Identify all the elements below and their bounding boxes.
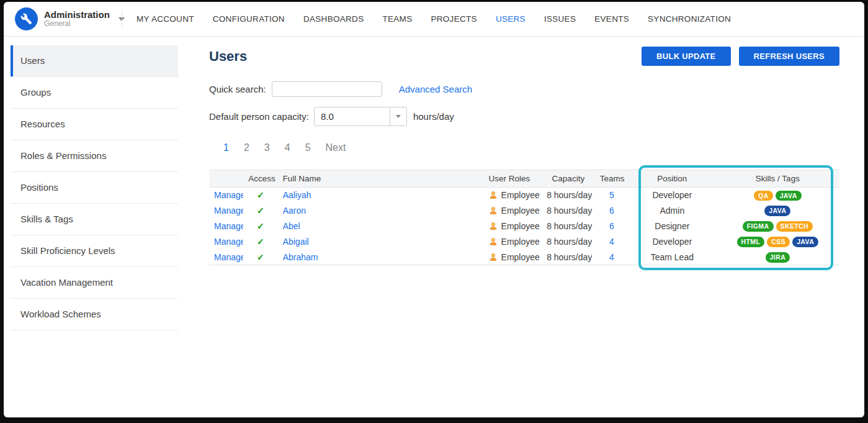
manage-link[interactable]: Manage [214, 237, 243, 247]
nav-item-projects[interactable]: PROJECTS [431, 14, 477, 24]
main-header: Users BULK UPDATE REFRESH USERS [209, 47, 839, 66]
capacity-cell: 8 hours/day [547, 206, 592, 216]
col-header-capacity: Capacity [542, 170, 595, 188]
teams-count-link[interactable]: 4 [609, 237, 614, 247]
quick-search-input[interactable] [272, 81, 382, 97]
capacity-value[interactable]: 8.0 [315, 107, 390, 125]
pagination-page-1[interactable]: 1 [223, 142, 229, 153]
sidebar-item-skill-proficiency-levels[interactable]: Skill Proficiency Levels [11, 235, 178, 267]
app-title: Administration [44, 9, 110, 20]
sidebar-item-groups[interactable]: Groups [11, 77, 178, 109]
quick-search-label: Quick search: [209, 84, 266, 94]
person-icon [489, 253, 498, 262]
table-row: Manage ✓ Aaliyah Employee 8 hours/day 5 … [209, 188, 839, 203]
nav-item-users[interactable]: USERS [496, 14, 526, 24]
teams-count-link[interactable]: 6 [609, 221, 614, 231]
access-check-icon: ✓ [257, 237, 264, 247]
sidebar-item-skills-tags[interactable]: Skills & Tags [11, 204, 178, 235]
user-role-label: Employee [501, 221, 540, 231]
skills-cell: JIRA [716, 250, 839, 265]
full-name-link[interactable]: Aaliyah [283, 190, 311, 200]
sidebar-item-users[interactable]: Users [11, 45, 178, 77]
page-body: UsersGroupsResourcesRoles & PermissionsP… [4, 37, 864, 417]
pagination-pages: 12345 [223, 142, 311, 153]
skill-badge-sketch: SKETCH [776, 221, 813, 232]
manage-link[interactable]: Manage [214, 252, 243, 262]
sidebar-item-roles-permissions[interactable]: Roles & Permissions [11, 140, 178, 172]
access-check-icon: ✓ [257, 221, 264, 231]
capacity-unit: hours/day [413, 111, 454, 122]
person-icon [489, 237, 498, 246]
skill-badge-html: HTML [737, 237, 765, 247]
user-role-label: Employee [501, 237, 540, 247]
manage-link[interactable]: Manage [214, 221, 243, 231]
nav-item-synchronization[interactable]: SYNCHRONIZATION [648, 14, 731, 24]
person-icon [489, 206, 498, 215]
sidebar-item-vacation-management[interactable]: Vacation Management [11, 267, 178, 299]
nav-item-issues[interactable]: ISSUES [544, 14, 576, 24]
pagination-page-2[interactable]: 2 [244, 142, 249, 153]
pagination-page-5[interactable]: 5 [305, 142, 311, 153]
person-icon [489, 191, 498, 199]
pagination-next[interactable]: Next [326, 142, 346, 153]
col-header-skills: Skills / Tags [716, 170, 839, 188]
nav-item-configuration[interactable]: CONFIGURATION [213, 14, 285, 24]
app-switcher[interactable]: Administration General [4, 7, 122, 30]
position-cell: Designer [655, 221, 689, 231]
users-table: Access Full Name User Roles Capacity Tea… [209, 170, 839, 265]
capacity-cell: 8 hours/day [547, 190, 592, 200]
user-role-cell: Employee [489, 237, 537, 247]
nav-item-events[interactable]: EVENTS [594, 14, 629, 24]
teams-count-link[interactable]: 4 [609, 252, 614, 262]
capacity-cell: 8 hours/day [547, 237, 592, 247]
skills-cell: QAJAVA [716, 188, 839, 203]
topbar-divider [122, 10, 122, 29]
nav-item-teams[interactable]: TEAMS [382, 14, 412, 24]
manage-link[interactable]: Manage [214, 190, 243, 200]
pagination-page-3[interactable]: 3 [264, 142, 270, 153]
user-role-cell: Employee [489, 190, 537, 200]
sidebar-item-resources[interactable]: Resources [11, 109, 178, 140]
main-content: Users BULK UPDATE REFRESH USERS Quick se… [178, 37, 864, 417]
bulk-update-button[interactable]: BULK UPDATE [642, 47, 731, 66]
advanced-search-link[interactable]: Advanced Search [399, 84, 472, 94]
wrench-icon [20, 13, 32, 25]
caret-down-icon [396, 115, 401, 118]
col-header-user-roles: User Roles [484, 170, 542, 188]
teams-count-link[interactable]: 5 [609, 190, 614, 200]
skill-badge-java: JAVA [776, 191, 802, 201]
skill-badge-figma: FIGMA [743, 221, 774, 232]
sidebar: UsersGroupsResourcesRoles & PermissionsP… [4, 37, 178, 417]
sidebar-item-workload-schemes[interactable]: Workload Schemes [11, 299, 178, 330]
manage-link[interactable]: Manage [214, 206, 243, 216]
sidebar-item-positions[interactable]: Positions [11, 172, 178, 204]
full-name-link[interactable]: Abraham [283, 252, 318, 262]
pagination: 12345 Next [209, 142, 839, 153]
skill-badge-jira: JIRA [766, 252, 790, 263]
position-cell: Team Lead [651, 252, 694, 262]
access-check-icon: ✓ [257, 206, 264, 216]
nav-item-my-account[interactable]: MY ACCOUNT [136, 14, 194, 24]
nav-item-dashboards[interactable]: DASHBOARDS [303, 14, 364, 24]
user-role-cell: Employee [489, 252, 537, 262]
full-name-link[interactable]: Abel [283, 221, 300, 231]
users-table-body: Manage ✓ Aaliyah Employee 8 hours/day 5 … [209, 188, 839, 265]
full-name-link[interactable]: Abigail [283, 237, 309, 247]
user-role-label: Employee [501, 190, 540, 200]
refresh-users-button[interactable]: REFRESH USERS [739, 47, 839, 66]
pagination-page-4[interactable]: 4 [285, 142, 290, 153]
user-role-cell: Employee [489, 206, 537, 216]
teams-count-link[interactable]: 6 [609, 206, 614, 216]
position-cell: Developer [652, 190, 692, 200]
capacity-select[interactable]: 8.0 [314, 107, 407, 126]
full-name-link[interactable]: Aaron [283, 206, 306, 216]
skill-badge-qa: QA [754, 191, 773, 201]
col-header-access: Access [243, 170, 277, 188]
skills-cell: HTMLCSSJAVA [716, 234, 839, 250]
access-check-icon: ✓ [257, 252, 264, 262]
skill-badge-java: JAVA [764, 206, 790, 216]
capacity-dropdown-button[interactable] [390, 107, 406, 125]
app-subtitle: General [44, 20, 110, 29]
quick-search-row: Quick search: Advanced Search [209, 81, 839, 97]
col-header-position: Position [629, 170, 716, 188]
